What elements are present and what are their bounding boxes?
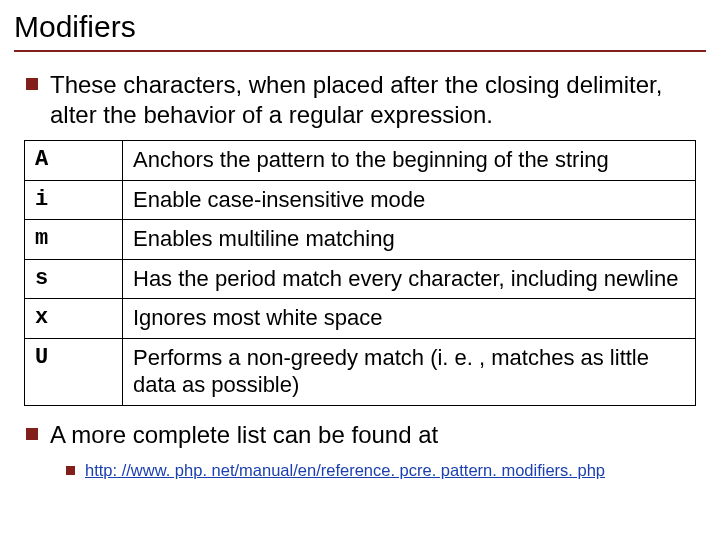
description-cell: Performs a non-greedy match (i. e. , mat…: [123, 338, 696, 405]
sub-bullet-text: http: //www. php. net/manual/en/referenc…: [85, 460, 605, 481]
table-row: m Enables multiline matching: [25, 220, 696, 260]
modifier-cell: A: [25, 141, 123, 181]
bullet-outro-text: A more complete list can be found at: [50, 420, 438, 450]
bullet-icon: [66, 466, 75, 475]
modifier-cell: x: [25, 299, 123, 339]
table-row: s Has the period match every character, …: [25, 259, 696, 299]
table-row: U Performs a non-greedy match (i. e. , m…: [25, 338, 696, 405]
bullet-intro: These characters, when placed after the …: [14, 70, 706, 130]
description-cell: Enable case-insensitive mode: [123, 180, 696, 220]
reference-link[interactable]: http: //www. php. net/manual/en/referenc…: [85, 461, 605, 479]
table-row: i Enable case-insensitive mode: [25, 180, 696, 220]
modifier-cell: U: [25, 338, 123, 405]
modifier-cell: i: [25, 180, 123, 220]
modifier-cell: m: [25, 220, 123, 260]
bullet-icon: [26, 78, 38, 90]
bullet-outro-block: A more complete list can be found at htt…: [14, 420, 706, 481]
table-row: x Ignores most white space: [25, 299, 696, 339]
description-cell: Has the period match every character, in…: [123, 259, 696, 299]
modifier-cell: s: [25, 259, 123, 299]
table-row: A Anchors the pattern to the beginning o…: [25, 141, 696, 181]
sub-bullet: http: //www. php. net/manual/en/referenc…: [14, 460, 706, 481]
description-cell: Ignores most white space: [123, 299, 696, 339]
bullet-outro: A more complete list can be found at: [14, 420, 706, 450]
bullet-intro-text: These characters, when placed after the …: [50, 70, 700, 130]
description-cell: Anchors the pattern to the beginning of …: [123, 141, 696, 181]
description-cell: Enables multiline matching: [123, 220, 696, 260]
page-title: Modifiers: [14, 8, 706, 52]
slide: Modifiers These characters, when placed …: [0, 0, 720, 540]
modifiers-table: A Anchors the pattern to the beginning o…: [24, 140, 696, 406]
bullet-icon: [26, 428, 38, 440]
